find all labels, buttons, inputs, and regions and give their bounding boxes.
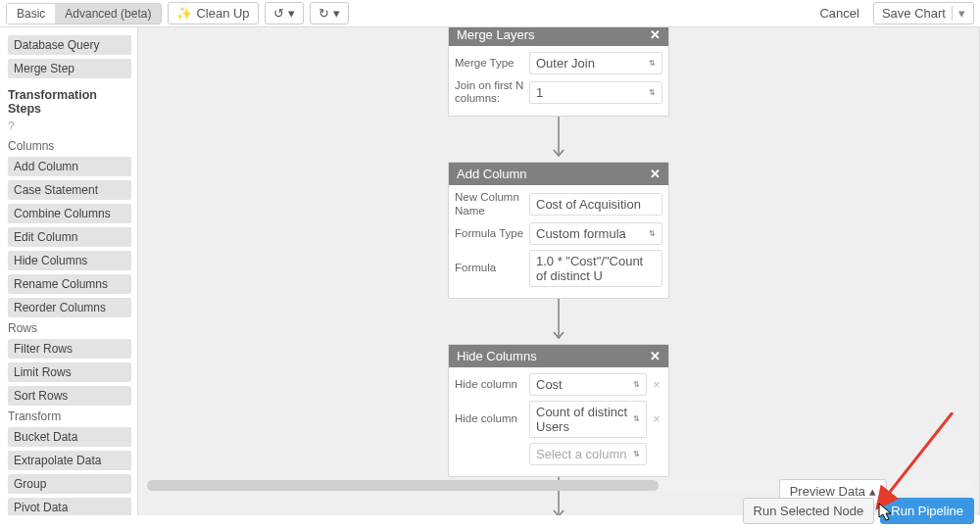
sidebar-database-query[interactable]: Database Query xyxy=(8,35,131,55)
node-hide-columns[interactable]: Hide Columns✕ Hide column Cost⇅ × Hide c… xyxy=(448,344,669,477)
flow-arrow-icon xyxy=(138,299,979,344)
node-merge-layers[interactable]: Merge Layers✕ Merge Type Outer Join⇅ Joi… xyxy=(448,27,669,117)
sidebar-heading-columns: Columns xyxy=(8,139,131,153)
formula-type-select[interactable]: Custom formula⇅ xyxy=(529,222,662,245)
chevron-updown-icon: ⇅ xyxy=(649,229,656,238)
chevron-updown-icon: ⇅ xyxy=(649,88,656,97)
remove-icon[interactable]: × xyxy=(651,411,662,426)
mode-toggle: Basic Advanced (beta) xyxy=(6,3,162,24)
chevron-updown-icon: ⇅ xyxy=(633,414,640,423)
help-icon[interactable]: ? xyxy=(8,120,131,133)
node-title: Hide Columns xyxy=(457,349,537,363)
sidebar-item-extrapolate-data[interactable]: Extrapolate Data xyxy=(8,451,131,470)
sidebar-item-reorder-columns[interactable]: Reorder Columns xyxy=(8,298,131,317)
row-label: Join on first N columns: xyxy=(455,79,525,105)
tab-basic[interactable]: Basic xyxy=(7,4,55,24)
flow-arrow-icon xyxy=(138,117,979,162)
save-chart-button[interactable]: Save Chart ▾ xyxy=(873,2,974,24)
sidebar-heading-transform: Transform xyxy=(8,410,131,423)
sidebar-item-filter-rows[interactable]: Filter Rows xyxy=(8,339,131,359)
row-label: Merge Type xyxy=(455,57,525,70)
undo-button[interactable]: ↺ ▾ xyxy=(265,2,304,24)
sidebar-heading-transformation: Transformation Steps xyxy=(8,88,131,116)
tab-advanced[interactable]: Advanced (beta) xyxy=(55,4,161,24)
row-label: Formula xyxy=(455,262,525,274)
sidebar-item-rename-columns[interactable]: Rename Columns xyxy=(8,274,131,294)
sidebar-item-add-column[interactable]: Add Column xyxy=(8,157,131,176)
redo-button[interactable]: ↻ ▾ xyxy=(310,2,349,24)
undo-icon: ↺ xyxy=(273,6,284,21)
new-column-name-input[interactable]: Cost of Acquisition xyxy=(529,193,662,216)
row-label: Formula Type xyxy=(455,227,525,240)
sidebar-item-pivot-data[interactable]: Pivot Data xyxy=(8,498,131,515)
close-icon[interactable]: ✕ xyxy=(650,167,661,181)
sidebar: Database Query Merge Step Transformation… xyxy=(0,27,137,515)
formula-input[interactable]: 1.0 * "Cost"/"Count of distinct U xyxy=(529,250,662,287)
hide-column-select[interactable]: Select a column⇅ xyxy=(529,443,647,465)
wand-icon: ✨ xyxy=(176,6,192,21)
sidebar-item-combine-columns[interactable]: Combine Columns xyxy=(8,204,131,223)
sidebar-item-sort-rows[interactable]: Sort Rows xyxy=(8,386,131,406)
hide-column-select[interactable]: Cost⇅ xyxy=(529,373,647,396)
row-label: Hide column xyxy=(455,412,525,425)
sidebar-heading-rows: Rows xyxy=(8,321,131,335)
chevron-updown-icon: ⇅ xyxy=(633,380,640,389)
chevron-updown-icon: ⇅ xyxy=(649,59,656,68)
chevron-down-icon[interactable]: ▾ xyxy=(952,6,965,21)
merge-type-select[interactable]: Outer Join⇅ xyxy=(529,52,662,74)
pipeline-canvas[interactable]: Merge Layers✕ Merge Type Outer Join⇅ Joi… xyxy=(137,27,980,515)
remove-icon[interactable]: × xyxy=(651,377,662,392)
hide-column-select[interactable]: Count of distinct Users⇅ xyxy=(529,401,647,438)
run-bar: Run Selected Node Run Pipeline xyxy=(743,498,974,524)
node-add-column[interactable]: Add Column✕ New Column Name Cost of Acqu… xyxy=(448,162,669,298)
sidebar-merge-step[interactable]: Merge Step xyxy=(8,59,131,78)
row-label: New Column Name xyxy=(455,191,525,217)
caret-up-icon: ▴ xyxy=(869,484,876,499)
node-title: Add Column xyxy=(457,167,527,181)
cancel-button[interactable]: Cancel xyxy=(811,2,866,24)
sidebar-item-case-statement[interactable]: Case Statement xyxy=(8,180,131,200)
chevron-updown-icon: ⇅ xyxy=(633,450,640,458)
scrollbar-thumb[interactable] xyxy=(147,480,659,491)
close-icon[interactable]: ✕ xyxy=(650,349,661,363)
cleanup-button[interactable]: ✨ Clean Up xyxy=(168,2,258,24)
sidebar-item-edit-column[interactable]: Edit Column xyxy=(8,227,131,247)
sidebar-item-bucket-data[interactable]: Bucket Data xyxy=(8,427,131,447)
sidebar-item-limit-rows[interactable]: Limit Rows xyxy=(8,362,131,382)
run-selected-node-button[interactable]: Run Selected Node xyxy=(743,498,875,524)
chevron-down-icon: ▾ xyxy=(288,6,295,21)
join-columns-select[interactable]: 1⇅ xyxy=(529,81,662,104)
redo-icon: ↻ xyxy=(318,6,329,21)
sidebar-item-hide-columns[interactable]: Hide Columns xyxy=(8,251,131,270)
row-label: Hide column xyxy=(455,378,525,391)
top-toolbar: Basic Advanced (beta) ✨ Clean Up ↺ ▾ ↻ ▾… xyxy=(0,0,980,27)
sidebar-item-group[interactable]: Group xyxy=(8,474,131,494)
chevron-down-icon: ▾ xyxy=(333,6,340,21)
close-icon[interactable]: ✕ xyxy=(650,27,661,42)
run-pipeline-button[interactable]: Run Pipeline xyxy=(880,498,974,524)
node-title: Merge Layers xyxy=(457,27,534,42)
